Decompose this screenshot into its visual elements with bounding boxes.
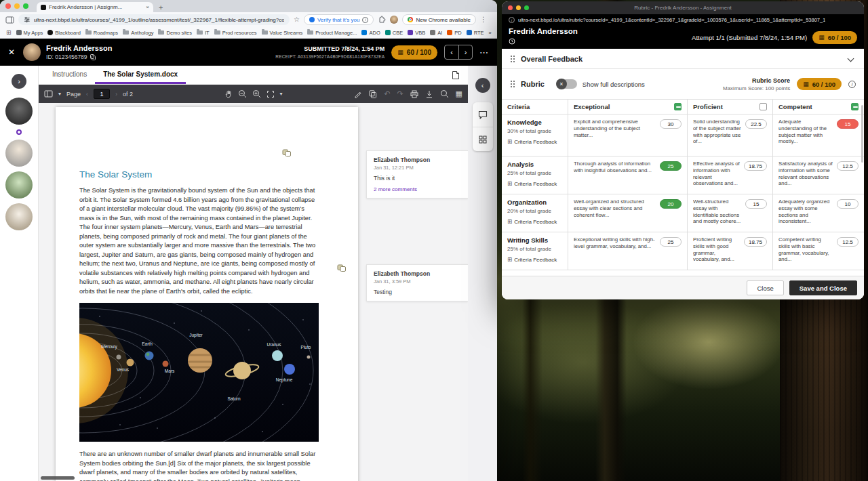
new-tab-button[interactable]: + [159,3,163,12]
thumbnails-panel-icon[interactable] [44,90,53,98]
grid-view-icon[interactable]: ▦ [456,90,462,98]
score-pill[interactable]: 25 [660,161,682,171]
student-avatar[interactable] [5,171,33,198]
score-pill[interactable]: 15 [745,199,767,209]
zoom-in-icon[interactable] [252,89,261,98]
horizontal-scrollbar[interactable] [41,476,75,480]
more-comments-link[interactable]: 2 more comments [374,186,461,192]
print-icon[interactable] [410,90,418,98]
fit-page-icon[interactable] [267,90,275,98]
minimize-window-button[interactable] [14,3,20,9]
zoom-caret-icon[interactable]: ▾ [280,91,283,97]
comment-card[interactable]: Elizabeth Thompson Jan 31, 12:21 PM This… [366,150,468,198]
rubric-score-pill[interactable]: ▦ 60 / 100 [797,78,842,90]
level-cell-proficient[interactable]: Proficient writing skills with good gram… [688,232,773,270]
score-pill[interactable]: 22.5 [745,119,767,129]
level-cell-exceptional[interactable]: Thorough analysis of information with in… [568,156,688,194]
zoom-window-button[interactable] [524,5,529,10]
zoom-out-icon[interactable] [238,89,247,98]
comments-tool-button[interactable] [473,102,493,127]
browser-menu-icon[interactable]: ⋮ [480,16,487,23]
criteria-feedback-button[interactable]: ⊞Criteria Feedback [507,139,562,145]
grade-pill[interactable]: ▦ 60 / 100 [391,45,437,60]
copy-page-icon[interactable] [369,90,377,98]
score-pill[interactable]: 12.5 [837,161,859,171]
bookmark-demo-sites[interactable]: Demo sites [158,30,192,36]
selected-student[interactable] [16,129,22,135]
previous-page-icon[interactable]: ‹ [86,91,88,98]
bookmark-product-manage[interactable]: Product Manage... [307,30,357,36]
expand-panel-button[interactable]: ‹ [475,78,490,93]
close-window-button[interactable] [508,5,513,10]
redo-icon[interactable]: ↷ [397,90,403,98]
score-pill[interactable]: 30 [660,119,682,129]
score-pill[interactable]: 10 [837,199,859,209]
vertical-scrollbar[interactable] [861,105,863,163]
next-student-button[interactable]: › [458,45,472,59]
score-pill[interactable]: 20 [660,199,682,209]
close-button[interactable]: Close [747,280,783,295]
level-cell-competent[interactable]: Satisfactory analysis of information wit… [773,156,864,194]
criteria-feedback-button[interactable]: ⊞Criteria Feedback [507,219,562,225]
bookmark-it[interactable]: IT [197,30,210,36]
zoom-window-button[interactable] [23,3,28,9]
copy-icon[interactable] [90,54,96,60]
minimize-window-button[interactable] [516,5,521,10]
bookmark-cbe[interactable]: CBE [385,30,403,36]
bookmark-anthology[interactable]: Anthology [123,30,153,36]
page-number-input[interactable] [94,89,110,99]
bookmark-roadmaps[interactable]: Roadmaps [85,30,118,36]
close-tab-icon[interactable]: × [146,4,149,10]
grid-tool-button[interactable] [473,127,493,151]
show-descriptions-toggle[interactable]: × [557,79,577,89]
level-cell-proficient[interactable]: Solid understanding of the subject matte… [688,114,773,156]
exceptional-checkbox[interactable] [674,103,682,110]
comment-card[interactable]: Elizabeth Thompson Jan 31, 3:59 PM Testi… [366,264,468,301]
bookmark-pd[interactable]: PD [447,30,461,36]
extensions-icon[interactable] [378,16,386,24]
bookmark-ado[interactable]: ADO [361,30,380,36]
tab-document[interactable]: The Solar System.docx [95,66,186,84]
download-icon[interactable] [425,90,433,98]
annotate-icon[interactable] [354,90,362,98]
chrome-update-button[interactable]: New Chrome available [402,14,475,25]
student-avatar[interactable] [5,203,33,230]
download-document-icon[interactable] [452,70,460,80]
level-cell-competent[interactable]: Adequate understanding of the subject ma… [773,114,864,156]
bookmark-prod-resources[interactable]: Prod resources [214,30,257,36]
comment-pin-icon[interactable] [282,148,292,160]
undo-icon[interactable]: ↶ [384,90,390,98]
next-page-icon[interactable]: › [115,91,117,98]
page-info-icon[interactable]: i [509,17,515,23]
student-avatar[interactable] [5,140,33,167]
history-clock-icon[interactable] [509,38,515,45]
score-pill[interactable]: 18.75 [744,237,767,247]
level-cell-proficient[interactable]: Well-structured essay with identifiable … [688,194,773,232]
bookmark-rte[interactable]: RTE [467,30,484,36]
level-cell-exceptional[interactable]: Well-organized and structured essay with… [568,194,688,232]
proficient-checkbox[interactable] [760,103,767,110]
level-cell-exceptional[interactable]: Explicit and comprehensive understanding… [568,114,688,156]
level-cell-competent[interactable]: Adequately organized essay with some sec… [773,194,864,232]
bookmark-blackboard[interactable]: Blackboard [47,30,81,36]
bookmarks-overflow-icon[interactable]: » [489,30,492,36]
browser-tab[interactable]: Fredrik Andersson | Assignm... × [37,2,153,12]
side-panel-icon[interactable] [5,16,14,24]
document-viewer[interactable]: The Solar System The Solar System is the… [39,103,468,481]
save-and-close-button[interactable]: Save and Close [789,280,857,295]
verify-button[interactable]: Verify that it's you i [304,14,374,25]
chevron-down-icon[interactable] [848,56,854,62]
bookmark-star-icon[interactable]: ☆ [294,16,300,23]
student-avatar[interactable] [5,98,33,125]
competent-checkbox[interactable] [851,103,859,110]
overall-feedback-section[interactable]: Overall Feedback [502,49,864,69]
panel-caret-icon[interactable]: ▾ [58,91,61,97]
rubric-info-icon[interactable]: i [848,81,856,88]
previous-student-button[interactable]: ‹ [445,45,458,59]
overflow-menu-icon[interactable]: ⋯ [479,47,489,58]
expand-roster-button[interactable]: › [12,74,26,89]
grade-pill[interactable]: ▦ 60 / 100 [812,31,857,44]
address-bar[interactable]: ultra-next.bbpd.io/ultra/courses/_4199_1… [18,14,290,25]
search-icon[interactable] [440,89,449,98]
close-grading-icon[interactable]: ✕ [8,47,15,57]
